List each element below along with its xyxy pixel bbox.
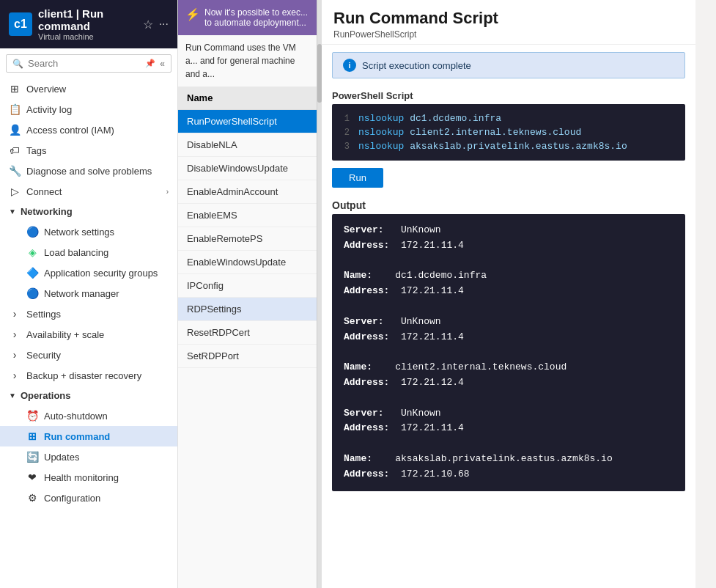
sidebar-section-networking[interactable]: ▼ Networking <box>0 202 177 221</box>
output-value: UnKnown <box>401 224 441 235</box>
command-item-set-rdp-port[interactable]: SetRDPPort <box>178 345 317 368</box>
code-editor[interactable]: 1 nslookup dc1.dcdemo.infra 2 nslookup c… <box>332 104 685 161</box>
output-field: Name: <box>344 361 372 372</box>
sidebar-item-label: Access control (IAM) <box>26 125 114 136</box>
sidebar-item-app-security-groups[interactable]: 🔷 Application security groups <box>0 262 177 283</box>
sidebar-item-auto-shutdown[interactable]: ⏰ Auto-shutdown <box>0 405 177 426</box>
page-title: client1 | Run command <box>38 7 137 32</box>
app-security-icon: 🔷 <box>26 267 38 279</box>
header-actions: ☆ ··· <box>143 18 169 32</box>
chevron-down-icon: ▼ <box>9 207 16 216</box>
output-value: UnKnown <box>401 316 441 327</box>
output-value: 172.21.11.4 <box>401 285 464 296</box>
chevron-icon: › <box>166 188 169 196</box>
diagnose-icon: 🔧 <box>9 165 21 177</box>
output-field: Address: <box>344 331 389 342</box>
output-value: aksakslab.privatelink.eastus.azmk8s.io <box>395 453 612 464</box>
sidebar-item-label: Run command <box>44 431 110 442</box>
command-item-ipconfig[interactable]: IPConfig <box>178 274 317 298</box>
output-value: 172.21.10.68 <box>401 468 470 479</box>
sidebar-item-network-settings[interactable]: 🔵 Network settings <box>0 221 177 242</box>
sidebar-item-network-manager[interactable]: 🔵 Network manager <box>0 283 177 304</box>
sidebar-item-label: Application security groups <box>44 268 158 279</box>
output-entry-11: Name: aksakslab.privatelink.eastus.azmk8… <box>344 452 673 467</box>
line-number: 1 <box>332 114 358 124</box>
line-code: nslookup client2.internal.teknews.cloud <box>358 127 685 138</box>
sidebar-item-load-balancing[interactable]: ◈ Load balancing <box>0 242 177 262</box>
output-value: dc1.dcdemo.infra <box>395 270 487 281</box>
sidebar-item-activity-log[interactable]: 📋 Activity log <box>0 99 177 120</box>
sidebar-item-configuration[interactable]: ⚙ Configuration <box>0 488 177 508</box>
notification-banner: ⚡ Now it's possible to exec... to automa… <box>178 0 317 35</box>
command-item-run-powershell[interactable]: RunPowerShellScript <box>178 110 317 133</box>
output-value: 172.21.11.4 <box>401 331 464 342</box>
sidebar-item-backup[interactable]: › Backup + disaster recovery <box>0 365 177 386</box>
command-item-rdp-settings[interactable]: RDPSettings <box>178 298 317 321</box>
chevron-right-icon: › <box>9 370 21 381</box>
rcs-subtitle: RunPowerShellScript <box>333 29 684 40</box>
command-panel-scrollbar[interactable] <box>317 0 322 588</box>
command-item-disable-windows-update[interactable]: DisableWindowsUpdate <box>178 157 317 180</box>
sidebar-item-label: Configuration <box>44 493 100 504</box>
output-entry-4: Address: 172.21.11.4 <box>344 284 673 299</box>
line-number: 3 <box>332 142 358 152</box>
sidebar-item-availability[interactable]: › Availability + scale <box>0 324 177 345</box>
overview-icon: ⊞ <box>9 83 21 95</box>
load-balancing-icon: ◈ <box>26 246 38 258</box>
sidebar-item-overview[interactable]: ⊞ Overview <box>0 78 177 99</box>
sidebar-item-settings[interactable]: › Settings <box>0 304 177 324</box>
search-box[interactable]: 🔍 📌 « <box>6 54 171 73</box>
line-code: nslookup dc1.dcdemo.infra <box>358 113 685 124</box>
command-item-enable-ems[interactable]: EnableEMS <box>178 204 317 227</box>
output-field: Address: <box>344 468 389 479</box>
sidebar-section-operations[interactable]: ▼ Operations <box>0 386 177 405</box>
search-icon: 🔍 <box>12 59 23 69</box>
run-command-description: Run Command uses the VM a... and for gen… <box>178 35 317 87</box>
sidebar-item-connect[interactable]: ▷ Connect › <box>0 181 177 202</box>
sidebar-item-health-monitoring[interactable]: ❤ Health monitoring <box>0 467 177 488</box>
star-icon[interactable]: ☆ <box>143 18 153 32</box>
output-section-label: Output <box>322 195 695 214</box>
command-item-enable-remote-ps[interactable]: EnableRemotePS <box>178 227 317 251</box>
output-value: client2.internal.teknews.cloud <box>395 361 566 372</box>
chevron-right-icon: › <box>9 328 21 340</box>
sidebar-item-run-command[interactable]: ⊞ Run command <box>0 426 177 446</box>
updates-icon: 🔄 <box>26 451 38 463</box>
sidebar-item-diagnose[interactable]: 🔧 Diagnose and solve problems <box>0 161 177 181</box>
output-entry-2: Address: 172.21.11.4 <box>344 238 673 254</box>
main-area: ⚡ Now it's possible to exec... to automa… <box>178 0 716 588</box>
command-item-enable-admin[interactable]: EnableAdminAccount <box>178 180 317 204</box>
more-icon[interactable]: ··· <box>159 18 169 32</box>
output-field: Name: <box>344 453 372 464</box>
command-item-reset-rdp-cert[interactable]: ResetRDPCert <box>178 321 317 345</box>
rcs-title: Run Command Script <box>333 9 684 28</box>
output-field: Server: <box>344 408 384 419</box>
network-settings-icon: 🔵 <box>26 226 38 238</box>
output-field: Address: <box>344 285 389 296</box>
collapse-icon[interactable]: « <box>160 59 165 69</box>
run-button[interactable]: Run <box>332 168 383 188</box>
command-item-disable-nla[interactable]: DisableNLA <box>178 133 317 157</box>
notification-text: Now it's possible to exec... to automate… <box>204 7 309 28</box>
page-subtitle: Virtual machine <box>38 32 137 41</box>
sidebar-item-tags[interactable]: 🏷 Tags <box>0 140 177 161</box>
health-icon: ❤ <box>26 471 38 483</box>
sidebar-item-label: Backup + disaster recovery <box>26 370 141 381</box>
powershell-section-label: PowerShell Script <box>322 86 695 104</box>
sidebar-header: c1 client1 | Run command Virtual machine… <box>0 0 177 48</box>
sidebar-item-security[interactable]: › Security <box>0 345 177 365</box>
search-input[interactable] <box>28 58 141 69</box>
connect-icon: ▷ <box>9 185 21 197</box>
sidebar-item-label: Diagnose and solve problems <box>26 166 152 177</box>
sidebar-item-label: Activity log <box>26 104 72 115</box>
sidebar-item-label: Updates <box>44 452 79 463</box>
sidebar-item-access-control[interactable]: 👤 Access control (IAM) <box>0 120 177 140</box>
section-label: Networking <box>21 206 73 217</box>
output-entry-9: Server: UnKnown <box>344 406 673 422</box>
command-item-enable-windows-update[interactable]: EnableWindowsUpdate <box>178 251 317 274</box>
vm-icon: c1 <box>9 12 32 36</box>
sidebar-item-updates[interactable]: 🔄 Updates <box>0 446 177 467</box>
config-icon: ⚙ <box>26 492 38 504</box>
output-entry-12: Address: 172.21.10.68 <box>344 467 673 482</box>
sidebar-item-label: Auto-shutdown <box>44 411 108 422</box>
